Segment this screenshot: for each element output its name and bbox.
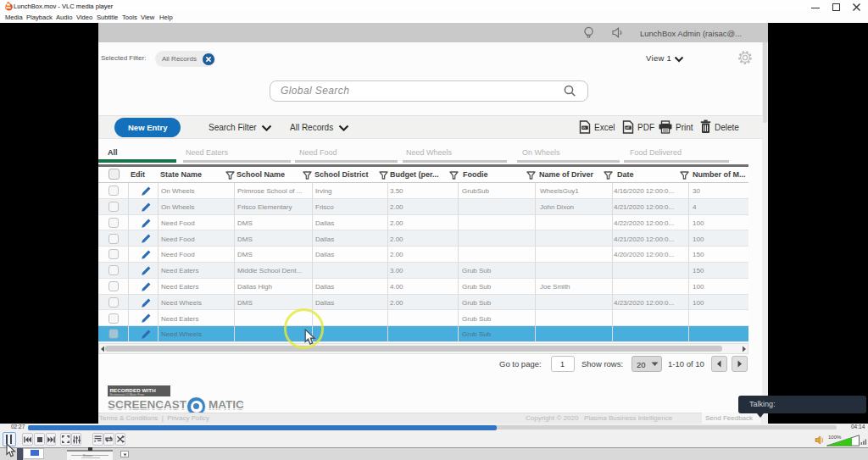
svg-text:pdf: pdf: [626, 126, 630, 130]
svg-text:xls: xls: [582, 126, 586, 130]
